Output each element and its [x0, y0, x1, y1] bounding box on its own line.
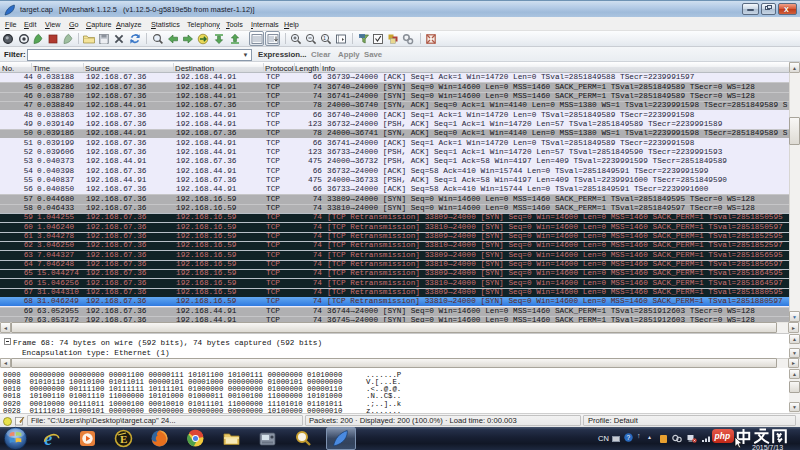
svg-text:?: ?: [627, 434, 631, 441]
